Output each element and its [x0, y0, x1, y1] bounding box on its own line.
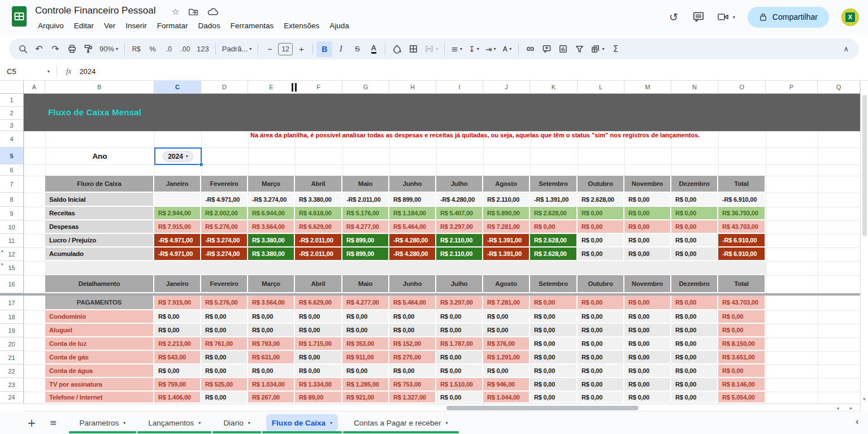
cell[interactable]: R$ 0,00 [248, 310, 294, 323]
cell[interactable]: R$ 759,00 [154, 378, 200, 390]
cell[interactable]: R$ 3.564,00 [248, 220, 294, 233]
row-header-1[interactable]: 1 [0, 94, 24, 107]
row-header-8[interactable]: 8 [0, 193, 24, 207]
cell[interactable]: Setembro [530, 176, 576, 192]
cell[interactable]: R$ 0,00 [436, 392, 482, 402]
cell[interactable]: R$ 0,00 [154, 364, 200, 377]
cell[interactable]: R$ 899,00 [342, 234, 388, 246]
cell[interactable]: R$ 0,00 [483, 310, 529, 323]
row-header-2[interactable]: 2 [0, 107, 24, 120]
cell[interactable]: R$ 0,00 [201, 392, 247, 402]
frozen-columns-marker[interactable] [292, 83, 297, 92]
horizontal-scrollbar-thumb[interactable] [446, 406, 639, 410]
menu-editar[interactable]: Editar [70, 20, 98, 31]
functions-button[interactable]: Σ [607, 41, 623, 57]
cell[interactable]: R$ 0,00 [624, 207, 670, 219]
cell[interactable]: R$ 0,00 [671, 310, 717, 323]
cell[interactable]: -R$ 4.971,00 [201, 193, 247, 206]
cell[interactable]: R$ 2.944,00 [154, 207, 200, 219]
cell[interactable]: R$ 0,00 [530, 220, 576, 233]
cell[interactable]: R$ 0,00 [201, 324, 247, 336]
number-format-select[interactable]: Padrã...▾ [219, 41, 255, 57]
year-label[interactable]: Ano [45, 147, 154, 164]
hidden-rows-up-icon[interactable]: ▴ [1, 249, 3, 253]
cell[interactable]: Fevereiro [201, 176, 247, 192]
cell[interactable]: R$ 0,00 [578, 220, 623, 233]
cell[interactable]: R$ 0,00 [295, 324, 341, 336]
cell[interactable]: R$ 0,00 [530, 310, 576, 323]
cell[interactable]: R$ 0,00 [671, 193, 717, 206]
cell[interactable]: R$ 3.651,00 [718, 351, 765, 363]
cell[interactable]: -R$ 1.391,00 [483, 248, 529, 260]
cell[interactable]: R$ 0,00 [671, 364, 717, 377]
row-header-18[interactable]: 18 [0, 310, 24, 324]
cell[interactable]: R$ 0,00 [530, 296, 576, 309]
row-header-3[interactable]: 3 [0, 120, 24, 131]
cell[interactable]: Maio [342, 176, 388, 192]
cell[interactable]: R$ 2.628,00 [530, 248, 576, 260]
cell[interactable]: R$ 0,00 [718, 310, 765, 323]
column-header-M[interactable]: M [624, 81, 671, 94]
cell[interactable]: R$ 0,00 [624, 248, 670, 260]
sheet-tab-parametros[interactable]: Parametros▾ [68, 411, 137, 434]
menu-ver[interactable]: Ver [100, 20, 119, 31]
row-header-10[interactable]: 10 [0, 220, 24, 234]
version-history-icon[interactable]: ↺ [667, 11, 680, 23]
column-header-Q[interactable]: Q [818, 81, 860, 94]
cell[interactable]: Dezembro [671, 176, 717, 192]
cell[interactable]: R$ 5.464,00 [389, 220, 435, 233]
cell[interactable]: R$ 921,00 [342, 392, 388, 402]
cell[interactable]: R$ 3.380,00 [295, 193, 341, 206]
cell[interactable]: -R$ 6.910,00 [718, 248, 765, 260]
column-header-I[interactable]: I [436, 81, 483, 94]
fill-color-button[interactable] [389, 41, 405, 57]
cell[interactable]: R$ 0,00 [624, 324, 670, 336]
cell[interactable]: R$ 0,00 [624, 220, 670, 233]
cell[interactable]: R$ 2.110,00 [436, 234, 482, 246]
cell[interactable]: R$ 0,00 [671, 392, 717, 402]
text-wrap-button[interactable]: ⇥▾ [483, 41, 499, 57]
cell[interactable]: R$ 0,00 [578, 234, 623, 246]
cell[interactable]: Julho [436, 176, 482, 192]
cloud-status-icon[interactable] [207, 7, 219, 17]
cell[interactable]: -R$ 6.910,00 [718, 193, 765, 206]
cell[interactable]: R$ 0,00 [436, 364, 482, 377]
cell[interactable]: Abril [295, 176, 341, 192]
cell[interactable]: R$ 0,00 [436, 324, 482, 336]
collapse-toolbar-icon[interactable]: ∧ [843, 45, 849, 53]
document-title[interactable]: Controle Financeiro Pessoal [35, 5, 156, 16]
cell[interactable]: TV por assinatura [45, 378, 153, 390]
strikethrough-button[interactable]: S [349, 41, 365, 57]
cell[interactable]: -R$ 2.011,00 [342, 193, 388, 206]
cell[interactable]: R$ 6.629,00 [295, 296, 341, 309]
row-header-6[interactable]: 6 [0, 164, 24, 176]
paint-format-button[interactable] [80, 41, 96, 57]
column-header-B[interactable]: B [45, 81, 154, 94]
cell[interactable]: R$ 1.034,00 [248, 378, 294, 390]
cell[interactable]: R$ 0,00 [671, 378, 717, 390]
cell[interactable]: R$ 7.915,00 [154, 296, 200, 309]
sheet-tab-lan-amentos[interactable]: Lançamentos▾ [137, 411, 212, 434]
cell[interactable]: R$ 911,00 [342, 351, 388, 363]
cell[interactable]: R$ 0,00 [201, 351, 247, 363]
cell[interactable]: R$ 5.464,00 [389, 296, 435, 309]
cell[interactable]: R$ 3.380,00 [248, 234, 294, 246]
cell[interactable]: R$ 275,00 [389, 351, 435, 363]
cell[interactable]: R$ 0,00 [578, 337, 623, 350]
cell[interactable]: Total [718, 275, 765, 292]
fill-handle[interactable] [199, 162, 203, 167]
select-all-corner[interactable] [0, 81, 24, 94]
cell[interactable]: Junho [389, 275, 435, 292]
cell[interactable]: R$ 0,00 [342, 310, 388, 323]
cell[interactable]: R$ 0,00 [342, 324, 388, 336]
decrease-decimals-button[interactable]: .0 [161, 41, 177, 57]
scroll-down-icon[interactable]: ▾ [863, 396, 866, 402]
cell[interactable]: R$ 0,00 [718, 364, 765, 377]
cell[interactable]: Novembro [624, 176, 670, 192]
cell[interactable]: R$ 0,00 [578, 351, 623, 363]
row-header-21[interactable]: 21 [0, 351, 24, 364]
menu-arquivo[interactable]: Arquivo [34, 20, 68, 31]
row-header-20[interactable]: 20 [0, 337, 24, 351]
cell[interactable]: -R$ 2.011,00 [295, 234, 341, 246]
cell[interactable]: R$ 0,00 [530, 337, 576, 350]
